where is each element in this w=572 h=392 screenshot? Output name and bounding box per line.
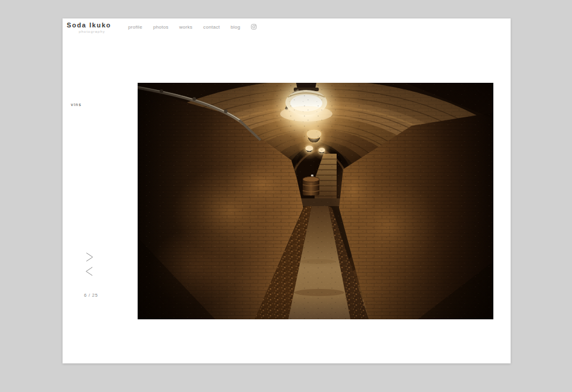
site-logo[interactable]: Soda Ikuko photography xyxy=(67,21,111,33)
prev-arrow[interactable] xyxy=(85,266,94,276)
site-subtitle: photography xyxy=(67,30,111,33)
gallery-photo xyxy=(138,83,493,319)
album-title: vins xyxy=(71,102,82,107)
cellar-tunnel-illustration xyxy=(138,83,493,319)
photo-counter: 6 / 25 xyxy=(84,293,98,298)
chevron-right-icon xyxy=(85,252,94,262)
main-nav: profile photos works contact blog xyxy=(128,24,257,30)
next-arrow[interactable] xyxy=(85,252,94,262)
nav-item-works[interactable]: works xyxy=(179,24,192,30)
site-title[interactable]: Soda Ikuko xyxy=(67,21,111,29)
instagram-icon[interactable] xyxy=(251,24,257,30)
nav-item-contact[interactable]: contact xyxy=(203,24,220,30)
nav-item-profile[interactable]: profile xyxy=(128,24,142,30)
nav-item-photos[interactable]: photos xyxy=(153,24,169,30)
site-card: Soda Ikuko photography profile photos wo… xyxy=(63,18,511,363)
chevron-left-icon xyxy=(85,266,94,276)
nav-item-blog[interactable]: blog xyxy=(231,24,240,30)
